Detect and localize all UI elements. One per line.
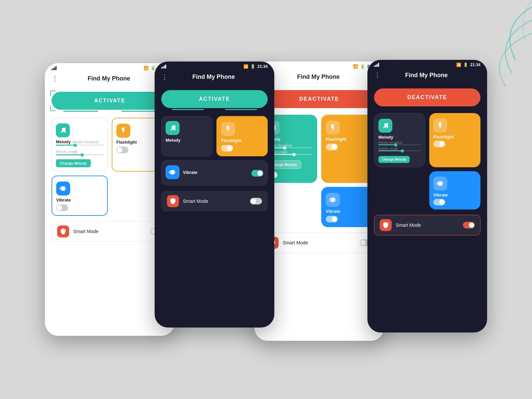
flashlight-toggle-3[interactable] (326, 144, 338, 150)
melody-length-label-1: Melody Length (56, 150, 78, 154)
signal-group-2 (161, 65, 166, 68)
smart-mode-label-2: Smart Mode (183, 199, 246, 204)
status-bar-3: 📶 🔋 21:34 (254, 62, 384, 70)
app-title-4: Find My Phone (380, 72, 472, 79)
flashlight-label-3: Flashlight (326, 137, 373, 142)
activate-wrapper-2: ACTIVATE (161, 90, 268, 108)
vibrate-toggle-4[interactable] (433, 199, 445, 205)
app-title-1: Find My Phone (58, 75, 160, 82)
smart-mode-toggle-4[interactable] (463, 222, 475, 228)
melody-card-1: Melody Whistle Sensitivity Melody Length… (52, 118, 108, 172)
menu-button-2[interactable]: ⋮ (161, 73, 168, 81)
vibrate-icon-1 (56, 182, 70, 196)
wifi-icon-4: 📶 (456, 63, 461, 67)
battery-icon-4: 🔋 (463, 63, 468, 67)
smart-mode-row-2: Smart Mode (161, 191, 268, 211)
vibrate-label-2: Vibrate (183, 170, 198, 175)
activate-button-1[interactable]: ACTIVATE (52, 92, 168, 110)
deactivate-button-4[interactable]: DEACTIVATE (374, 88, 480, 106)
flashlight-label-2: Flashlight (221, 138, 241, 143)
flashlight-icon-3 (326, 121, 340, 135)
smart-mode-toggle-2[interactable] (250, 198, 262, 204)
vibrate-card-1: Vibrate (52, 176, 108, 216)
smart-mode-row-1: Smart Mode (52, 221, 168, 242)
flashlight-toggle-4[interactable] (433, 141, 445, 147)
app-title-2: Find My Phone (168, 73, 260, 80)
melody-length-slider-1[interactable] (56, 154, 103, 155)
flashlight-card-4: Flashlight (429, 113, 480, 167)
flashlight-toggle-2[interactable] (221, 145, 233, 152)
phones-container: 📶 🔋 21:34 ⋮ Find My Phone ACTIVATE (50, 58, 482, 341)
content-4: DEACTIVATE Melody Whistle Sensitivity Me… (367, 83, 487, 241)
signal-icon-1 (52, 66, 57, 70)
app-header-4: ⋮ Find My Phone (367, 68, 487, 83)
menu-button-1[interactable]: ⋮ (52, 74, 58, 82)
signal-icon-2 (161, 65, 166, 68)
melody-card-4: Melody Whistle Sensitivity Melody Length… (374, 113, 425, 167)
smart-mode-icon-4 (380, 219, 392, 231)
wifi-icon-2: 📶 (243, 64, 248, 69)
whistle-slider-1[interactable] (56, 145, 103, 146)
vibrate-toggle-3[interactable] (326, 216, 338, 222)
battery-icon-1: 🔋 (151, 66, 156, 70)
smart-mode-icon-2 (167, 195, 179, 207)
cards-grid-3: Melody Whistle Sensitivity Melody Length… (261, 115, 377, 227)
content-2: ACTIVATE Melody Flashlight (155, 85, 274, 217)
flashlight-toggle-1[interactable] (116, 147, 128, 153)
melody-label-2: Melody (166, 138, 181, 143)
status-right-4: 📶 🔋 21:34 (456, 63, 480, 67)
whistle-label-4: Whistle Sensitivity (378, 141, 421, 144)
time-4: 21:34 (470, 63, 480, 67)
change-melody-btn-4[interactable]: Change Melody (378, 156, 410, 163)
cards-grid-2: Melody Flashlight Vibrate (161, 116, 268, 186)
vibrate-icon-3 (326, 193, 340, 207)
battery-icon-3: 🔋 (360, 64, 365, 69)
deactivate-button-3[interactable]: DEACTIVATE (261, 90, 377, 108)
battery-icon-2: 🔋 (250, 64, 255, 69)
phone-2: 📶 🔋 21:34 ⋮ Find My Phone ACTIVATE Melod… (155, 62, 274, 328)
status-bar-2: 📶 🔋 21:34 (155, 62, 274, 70)
menu-button-4[interactable]: ⋮ (374, 71, 380, 79)
melody-icon-1 (56, 123, 70, 137)
melody-label-1: Melody (56, 139, 71, 144)
vibrate-label-3: Vibrate (326, 209, 373, 214)
change-melody-btn-1[interactable]: Change Melody (56, 159, 91, 167)
flashlight-icon-4 (433, 118, 447, 132)
activate-button-2[interactable]: ACTIVATE (161, 90, 268, 108)
flashlight-icon-1 (116, 124, 130, 138)
cards-grid-4: Melody Whistle Sensitivity Melody Length… (374, 113, 480, 209)
melody-icon-2 (166, 121, 180, 135)
melody-length-label-4: Melody Length (378, 147, 421, 150)
whistle-label-1: Whistle Sensitivity (72, 140, 99, 144)
smart-mode-icon-1 (57, 225, 69, 237)
vibrate-toggle-2[interactable] (251, 170, 263, 177)
melody-icon-4 (378, 119, 392, 133)
phone-4: 📶 🔋 21:34 ⋮ Find My Phone DEACTIVATE Mel… (367, 60, 487, 332)
vibrate-icon-4 (433, 177, 447, 191)
wifi-icon-3: 📶 (353, 64, 358, 69)
vibrate-card-4: Vibrate (429, 171, 480, 209)
status-right-2: 📶 🔋 21:34 (243, 64, 268, 69)
smart-mode-label-3: Smart Mode (283, 240, 356, 245)
wifi-icon-1: 📶 (144, 66, 149, 70)
melody-length-slider-4[interactable] (378, 150, 421, 151)
vibrate-card-2: Vibrate (161, 160, 268, 186)
vibrate-label-4: Vibrate (433, 193, 476, 198)
activate-wrapper-1: ACTIVATE (52, 92, 168, 110)
signal-group-1 (52, 66, 57, 70)
vibrate-label-1: Vibrate (56, 198, 71, 202)
whistle-slider-4[interactable] (378, 144, 421, 145)
time-2: 21:34 (257, 64, 268, 69)
vibrate-icon-2 (166, 165, 180, 179)
app-title-3: Find My Phone (267, 73, 369, 80)
vibrate-toggle-1[interactable] (56, 204, 68, 211)
flashlight-card-2: Flashlight (216, 116, 268, 156)
flashlight-label-4: Flashlight (433, 134, 476, 139)
smart-mode-label-4: Smart Mode (396, 222, 459, 228)
smart-mode-row-3: Smart Mode (261, 232, 377, 253)
melody-label-4: Melody (378, 135, 421, 140)
melody-card-2: Melody (161, 116, 212, 156)
status-bar-4: 📶 🔋 21:34 (367, 60, 487, 68)
app-header-2: ⋮ Find My Phone (155, 70, 274, 85)
flashlight-icon-2 (221, 122, 235, 136)
